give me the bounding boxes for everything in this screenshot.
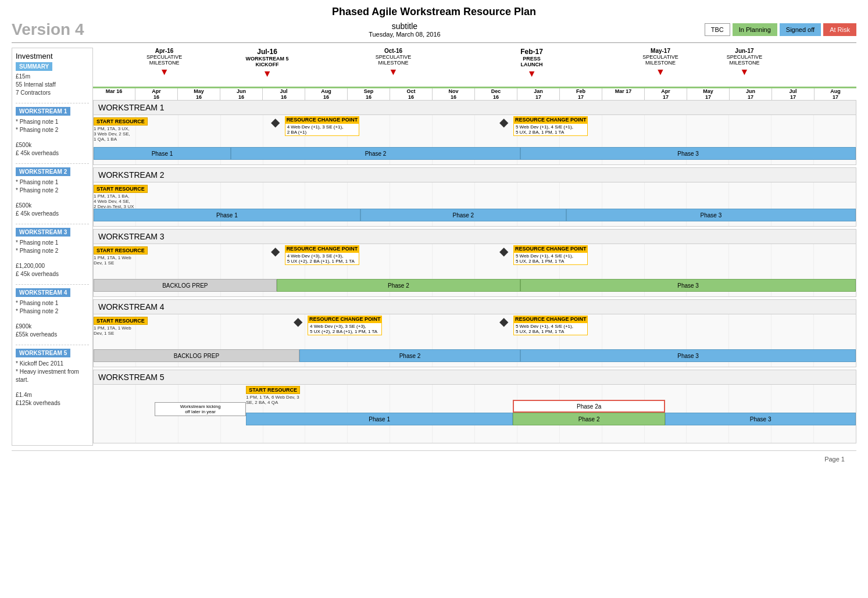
status-signed-off[interactable]: Signed off <box>780 23 821 36</box>
ws3-resource-text: 1 PM, 1TA, 1 WebDev, 1 SE <box>94 255 148 266</box>
ws3-title: WORKSTREAM 3 <box>94 230 856 244</box>
ws1-label: WORKSTREAM 1 <box>16 107 70 116</box>
ws3-gantt: START RESOURCE 1 PM, 1TA, 1 WebDev, 1 SE… <box>94 244 856 296</box>
ws4-rcp1-diamond: ◆ <box>294 316 302 327</box>
left-panel: Investment SUMMARY £15m55 Internal staff… <box>12 48 93 446</box>
month-jul16: Jul16 <box>263 88 305 100</box>
month-aug17: Aug17 <box>815 88 856 100</box>
ws5-start-resource-label[interactable]: START RESOURCE <box>246 386 300 394</box>
ws1-section: WORKSTREAM 1 <box>93 100 856 165</box>
ws3-costs: £1,200,000£ 45k overheads <box>16 262 89 278</box>
ws3-rcp1-detail: 4 Web Dev (+3), 3 SE (+3),5 UX (+2), 2 B… <box>285 252 360 265</box>
ws3-rcp1-diamond: ◆ <box>271 245 280 257</box>
ws3-phase3-bar: Phase 3 <box>520 279 856 292</box>
ws1-start-resource-label[interactable]: START RESOURCE <box>94 117 148 126</box>
ws2-left: WORKSTREAM 2 * Phasing note 1* Phasing n… <box>16 167 89 218</box>
ws2-title: WORKSTREAM 2 <box>94 168 856 182</box>
milestone-feb17-sub2: LAUNCH <box>520 62 543 67</box>
ws1-phase3-label: Phase 3 <box>677 151 699 157</box>
ws2-phase2-bar: Phase 2 <box>360 209 566 221</box>
ws2-gantt: START RESOURCE 1 PM, 1TA, 1 BA,4 Web Dev… <box>94 182 856 226</box>
ws4-rcp2-title: RESOURCE CHANGE POINT <box>513 316 588 323</box>
ws1-rcp2-title: RESOURCE CHANGE POINT <box>513 116 588 123</box>
ws5-phase2-label: Phase 2 <box>578 416 600 422</box>
ws4-resource-text: 1 PM, 1TA, 1 WebDev, 1 SE <box>94 325 148 336</box>
ws3-rcp1: ◆ RESOURCE CHANGE POINT 4 Web Dev (+3), … <box>277 245 360 265</box>
ws5-notes: * Kickoff Dec 2011* Heavy investment fro… <box>16 360 89 384</box>
page-number: Page 1 <box>824 456 845 463</box>
milestone-feb17-arrow: ▼ <box>520 69 543 79</box>
milestone-jun17-sub2: MILESTONE <box>727 60 762 66</box>
version-label: Version 4 <box>12 20 105 39</box>
ws5-gantt: Workstream kickingoff later in year STAR… <box>94 385 856 443</box>
status-tbc[interactable]: TBC <box>705 23 730 36</box>
ws4-left: WORKSTREAM 4 * Phasing note 1* Phasing n… <box>16 288 89 339</box>
ws4-rcp2: ◆ RESOURCE CHANGE POINT 5 Web Dev (+1), … <box>505 316 588 335</box>
ws4-backlog-prep-label: BACKLOG PREP <box>174 353 219 359</box>
ws4-rcp1: ◆ RESOURCE CHANGE POINT 4 Web Dev (+3), … <box>299 316 383 335</box>
month-jan17: Jan17 <box>517 88 560 100</box>
main-content: Investment SUMMARY £15m55 Internal staff… <box>12 48 856 446</box>
ws4-notes: * Phasing note 1* Phasing note 2 <box>16 299 89 316</box>
milestone-may17-arrow: ▼ <box>642 67 678 77</box>
ws5-phase3-bar: Phase 3 <box>665 413 856 425</box>
main-title: Phased Agile Workstream Resource Plan <box>12 6 856 18</box>
month-dec16: Dec16 <box>475 88 517 100</box>
status-buttons: TBC In Planning Signed off At Risk <box>705 23 856 36</box>
ws3-start-resource-label[interactable]: START RESOURCE <box>94 246 148 255</box>
ws4-rcp2-detail: 5 Web Dev (+1), 4 S/E (+1),5 UX, 2 BA, 1… <box>513 323 588 335</box>
milestone-apr16-sub2: MILESTONE <box>147 60 182 66</box>
milestone-oct16-sub2: MILESTONE <box>376 60 411 66</box>
milestone-feb17-label: Feb-17 <box>520 48 543 56</box>
ws2-resource-text: 1 PM, 1TA, 1 BA,4 Web Dev, 4 SE,2 Dev-in… <box>94 194 148 209</box>
ws3-rcp2-title: RESOURCE CHANGE POINT <box>513 245 588 252</box>
investment-title: Investment <box>16 52 89 60</box>
milestone-jul16-sub2: KICKOFF <box>246 62 289 67</box>
ws2-phase1-bar: Phase 1 <box>94 209 360 221</box>
milestone-oct16: Oct-16 SPECULATIVE MILESTONE ▼ <box>376 48 411 77</box>
divider-5 <box>16 345 89 345</box>
ws4-gantt: START RESOURCE 1 PM, 1TA, 1 WebDev, 1 SE… <box>94 314 856 367</box>
ws4-phase3-bar: Phase 3 <box>520 349 856 362</box>
month-oct16: Oct16 <box>390 88 433 100</box>
ws5-phase2a-bar: Phase 2a <box>513 400 665 413</box>
milestone-oct16-arrow: ▼ <box>376 67 411 77</box>
status-in-planning[interactable]: In Planning <box>733 23 777 36</box>
ws5-phase1-bar: Phase 1 <box>246 413 513 425</box>
milestone-jul16: Jul-16 WORKSTREAM 5 KICKOFF ▼ <box>246 48 289 79</box>
ws3-backlog-prep-bar: BACKLOG PREP <box>94 279 277 292</box>
ws2-phase1-label: Phase 1 <box>216 212 238 219</box>
month-apr16: Apr16 <box>135 88 178 100</box>
milestone-may17-label: May-17 <box>642 48 678 54</box>
milestone-apr16: Apr-16 SPECULATIVE MILESTONE ▼ <box>147 48 182 77</box>
milestone-jul16-label: Jul-16 <box>246 48 289 56</box>
ws3-notes: * Phasing note 1* Phasing note 2 <box>16 239 89 255</box>
page: Phased Agile Workstream Resource Plan Ve… <box>0 0 868 598</box>
ws3-section: WORKSTREAM 3 START <box>93 229 856 297</box>
page-header: Phased Agile Workstream Resource Plan <box>12 6 856 18</box>
ws3-rcp2-diamond: ◆ <box>499 245 508 257</box>
month-nov16: Nov16 <box>433 88 475 100</box>
ws1-phase1-bar: Phase 1 <box>94 147 231 160</box>
ws5-start-resource: START RESOURCE 1 PM, 1 TA, 6 Web Dev, 3S… <box>246 386 300 405</box>
milestone-jun17-label: Jun-17 <box>727 48 762 54</box>
ws1-rcp1-detail: 4 Web Dev (+1), 3 SE (+1),2 BA (+1) <box>285 123 360 136</box>
ws4-costs: £900k£55k overheads <box>16 323 89 339</box>
status-at-risk[interactable]: At Risk <box>823 23 856 36</box>
ws1-phase2-label: Phase 2 <box>365 151 387 157</box>
ws2-start-resource-label[interactable]: START RESOURCE <box>94 185 148 193</box>
month-mar17: Mar 17 <box>602 88 645 100</box>
ws5-label: WORKSTREAM 5 <box>16 349 70 357</box>
milestone-oct16-label: Oct-16 <box>376 48 411 54</box>
ws1-rcp1-diamond: ◆ <box>271 116 280 128</box>
ws4-start-resource-label[interactable]: START RESOURCE <box>94 317 148 325</box>
divider-4 <box>16 284 89 285</box>
milestone-apr16-label: Apr-16 <box>147 48 182 54</box>
summary-details: £15m55 Internal staff7 Contractors <box>16 73 89 97</box>
ws2-notes: * Phasing note 1* Phasing note 2 <box>16 178 89 195</box>
ws5-section: WORKSTREAM 5 Works <box>93 370 856 443</box>
ws1-gantt: START RESOURCE 1 PM, 1TA, 3 UX,3 Web Dev… <box>94 115 856 164</box>
ws1-rcp1: ◆ RESOURCE CHANGE POINT 4 Web Dev (+1), … <box>277 116 360 136</box>
ws3-phase2-bar: Phase 2 <box>277 279 521 292</box>
month-may16: May16 <box>178 88 220 100</box>
